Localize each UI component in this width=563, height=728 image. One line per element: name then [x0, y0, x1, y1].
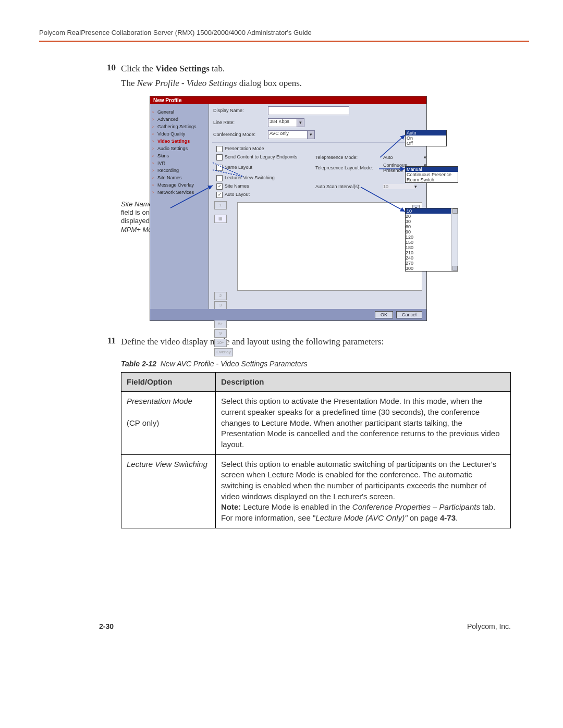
- step-10-subline: The New Profile - Video Settings dialog …: [121, 78, 511, 89]
- table-header-field: Field/Option: [121, 372, 216, 392]
- parameters-table: Field/Option Description Presentation Mo…: [121, 372, 511, 528]
- step-number: 10: [99, 63, 121, 75]
- desc-note-bold: Note:: [221, 502, 241, 511]
- desc-part-italic: Conference Properties – Participants: [352, 502, 480, 511]
- layout-btn-10plus[interactable]: 10+: [214, 339, 227, 347]
- svg-line-0: [170, 186, 213, 208]
- desc-part: Lecture Mode is enabled in the: [241, 502, 352, 511]
- sub-post: dialog box opens.: [237, 78, 302, 88]
- screenshot-area: Site Names field is only displayed in MP…: [121, 96, 465, 325]
- desc-page-ref: 4-73: [440, 513, 456, 522]
- desc-part: on page: [407, 513, 440, 522]
- step-10: 10 Click the Video Settings tab.: [99, 63, 511, 75]
- footer-company: Polycom, Inc.: [467, 622, 511, 631]
- field-name-em: Lecture View Switching: [127, 460, 207, 468]
- step-text: Click the Video Settings tab.: [121, 63, 511, 75]
- table-caption: Table 2-12 New AVC Profile - Video Setti…: [121, 360, 511, 368]
- running-header: Polycom RealPresence Collaboration Serve…: [39, 29, 529, 36]
- table-header-description: Description: [216, 372, 511, 392]
- desc-part-italic: Lecture Mode (AVC Only)": [315, 513, 407, 522]
- sub-pre: The: [121, 78, 137, 88]
- field-name-em: Presentation Mode: [127, 397, 192, 405]
- step-text-post: tab.: [210, 64, 225, 73]
- step-number: 11: [99, 336, 121, 348]
- page-number: 2-30: [99, 622, 114, 631]
- step-text-bold: Video Settings: [155, 64, 210, 73]
- field-description: Select this option to activate the Prese…: [216, 392, 511, 454]
- layout-btn-overlay[interactable]: Overlay: [214, 348, 233, 356]
- table-row: Presentation Mode (CP only) Select this …: [121, 392, 511, 454]
- field-name-plain: (CP only): [127, 418, 159, 427]
- svg-line-2: [213, 170, 243, 177]
- layout-btn-9[interactable]: 9: [214, 329, 227, 338]
- page-footer: 2-30 Polycom, Inc.: [99, 622, 511, 631]
- step-text-pre: Click the: [121, 64, 155, 73]
- table-caption-title: New AVC Profile - Video Settings Paramet…: [161, 360, 308, 368]
- table-caption-label: Table 2-12: [121, 360, 156, 368]
- svg-line-3: [380, 135, 405, 157]
- svg-line-5: [361, 187, 405, 212]
- annotation-arrows: [121, 96, 465, 325]
- header-rule: [39, 41, 529, 42]
- desc-part: Select this option to enable automatic s…: [221, 460, 496, 501]
- table-row: Lecture View Switching Select this optio…: [121, 454, 511, 528]
- svg-line-1: [213, 163, 243, 177]
- sub-ital: New Profile - Video Settings: [137, 78, 237, 88]
- field-description: Select this option to enable automatic s…: [216, 454, 511, 528]
- desc-part: .: [456, 513, 458, 522]
